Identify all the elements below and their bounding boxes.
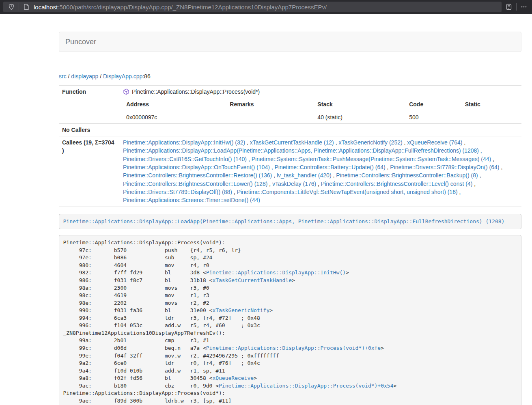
callee-link[interactable]: Pinetime::Applications::Screens::Timer::… — [123, 197, 260, 203]
url-bar[interactable]: localhost:5000/path/src/displayapp/Displ… — [3, 2, 502, 12]
column-header: Code — [406, 98, 461, 111]
callee-link[interactable]: Pinetime::Controllers::BrightnessControl… — [321, 181, 472, 187]
callee-link[interactable]: Pinetime::Controllers::Battery::Update()… — [275, 164, 386, 170]
reader-mode-icon[interactable] — [504, 2, 514, 12]
details-table: AddressRemarksStackCodeStatic 0x0000097c… — [123, 98, 521, 123]
package-icon — [123, 88, 129, 95]
remarks-value — [226, 111, 314, 123]
column-header: Remarks — [226, 98, 314, 111]
callee-link[interactable]: Pinetime::Drivers::St7789::DisplayOff() … — [123, 189, 232, 195]
column-header: Address — [123, 98, 226, 111]
table-row-callees: Callees (19, Σ=3704 ) Pinetime::Applicat… — [59, 136, 521, 207]
static-value — [462, 111, 521, 123]
symbol-link[interactable]: Pinetime::Applications::DisplayApp::Init… — [206, 269, 346, 276]
callee-link[interactable]: Pinetime::System::SystemTask::PushMessag… — [252, 156, 491, 162]
url-text[interactable]: localhost:5000/path/src/displayapp/Displ… — [34, 4, 327, 11]
url-path: :5000/path/src/displayapp/DisplayApp.cpp… — [58, 4, 327, 11]
menu-dots-icon[interactable] — [519, 2, 529, 12]
callee-link[interactable]: xTaskGetCurrentTaskHandle (12) — [250, 139, 334, 146]
breadcrumb-line-number: :86 — [142, 73, 150, 80]
symbol-link[interactable]: xTaskGenericNotify — [212, 307, 269, 313]
callees-label: Callees (19, Σ=3704 ) — [59, 136, 120, 207]
address-value: 0x0000097c — [123, 111, 226, 123]
page: Puncover src / displayapp / DisplayApp.c… — [0, 14, 532, 405]
function-name: Pinetime::Applications::DisplayApp::Proc… — [132, 88, 260, 96]
callee-link[interactable]: Pinetime::Drivers::Cst816S::GetTouchInfo… — [123, 156, 247, 162]
details-data-row: 0x0000097c 40 (static) 500 — [123, 111, 521, 123]
url-host: localhost — [34, 4, 58, 11]
divider — [59, 64, 521, 64]
selected-callee-box: Pinetime::Applications::DisplayApp::Load… — [59, 214, 521, 230]
callee-link[interactable]: Pinetime::Applications::DisplayApp::Init… — [123, 139, 245, 146]
breadcrumb: src / displayapp / DisplayApp.cpp:86 — [59, 72, 521, 80]
callee-link[interactable]: Pinetime::Controllers::BrightnessControl… — [123, 172, 272, 179]
callee-link[interactable]: Pinetime::Components::LittleVgl::SetNewT… — [237, 189, 458, 195]
callee-link[interactable]: Pinetime::Controllers::BrightnessControl… — [123, 181, 267, 187]
callee-link[interactable]: xQueueReceive (764) — [407, 139, 462, 146]
code-value: 500 — [406, 111, 461, 123]
divider — [19, 3, 19, 11]
callee-link[interactable]: lv_task_handler (420) — [277, 172, 332, 179]
column-header: Stack — [314, 98, 406, 111]
symbol-link[interactable]: xTaskGetCurrentTaskHandle — [212, 277, 292, 283]
symbol-link[interactable]: xQueueReceive — [212, 375, 254, 381]
function-label: Function — [59, 86, 120, 98]
brand-link[interactable]: Puncover — [65, 38, 96, 46]
callee-snippet-link[interactable]: Pinetime::Applications::DisplayApp::Load… — [63, 218, 505, 224]
details-header-row: AddressRemarksStackCodeStatic — [123, 98, 521, 111]
symbol-link[interactable]: Pinetime::Applications::DisplayApp::Proc… — [206, 345, 381, 351]
breadcrumb-link[interactable]: DisplayApp.cpp — [103, 73, 142, 80]
shield-icon[interactable] — [6, 2, 16, 12]
column-header: Static — [462, 98, 521, 111]
callee-link[interactable]: Pinetime::Controllers::BrightnessControl… — [336, 172, 478, 179]
callee-link[interactable]: vTaskDelay (176) — [272, 181, 316, 187]
stack-value: 40 (static) — [314, 111, 406, 123]
no-callers-label: No Callers — [59, 123, 120, 136]
table-row-details: AddressRemarksStackCodeStatic 0x0000097c… — [59, 98, 521, 124]
callee-link[interactable]: Pinetime::Drivers::St7789::DisplayOn() (… — [390, 164, 499, 170]
navbar: Puncover — [59, 32, 521, 52]
callee-link[interactable]: Pinetime::Applications::DisplayApp::Load… — [123, 147, 479, 154]
breadcrumb-link[interactable]: displayapp — [71, 73, 98, 80]
callees-list: Pinetime::Applications::DisplayApp::Init… — [120, 136, 521, 207]
callee-link[interactable]: Pinetime::Applications::DisplayApp::OnTo… — [123, 164, 270, 170]
browser-chrome: localhost:5000/path/src/displayapp/Displ… — [0, 0, 532, 14]
divider — [516, 3, 517, 11]
callee-link[interactable]: xTaskGenericNotify (252) — [338, 139, 402, 146]
symbol-link[interactable]: Pinetime::Applications::DisplayApp::Proc… — [219, 383, 393, 389]
page-icon[interactable] — [22, 2, 31, 12]
disassembly-box: Pinetime::Applications::DisplayApp::Proc… — [59, 235, 521, 405]
table-row-no-callers: No Callers — [59, 123, 521, 136]
function-table: Function Pinetime::Applications::Display… — [59, 85, 521, 207]
table-row-function: Function Pinetime::Applications::Display… — [59, 86, 521, 98]
breadcrumb-link[interactable]: src — [59, 73, 67, 80]
